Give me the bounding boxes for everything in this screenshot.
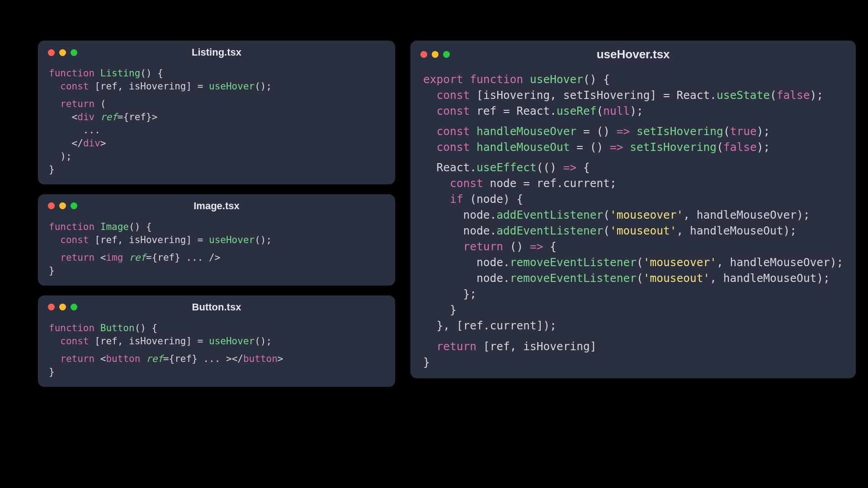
close-icon[interactable] (48, 49, 55, 56)
window-button: Button.tsx function Button() { const [re… (38, 296, 395, 387)
window-listing-traffic-lights (48, 49, 77, 56)
close-icon[interactable] (48, 304, 55, 310)
window-usehover: useHover.tsx export function useHover() … (410, 41, 856, 378)
close-icon[interactable] (48, 202, 55, 209)
right-column: useHover.tsx export function useHover() … (410, 41, 856, 387)
zoom-icon[interactable] (71, 304, 77, 310)
window-button-code[interactable]: function Button() { const [ref, isHoveri… (38, 319, 395, 379)
zoom-icon[interactable] (71, 49, 77, 56)
window-image-title: Image.tsx (38, 200, 395, 212)
left-column: Listing.tsx function Listing() { const [… (38, 41, 395, 387)
zoom-icon[interactable] (71, 202, 77, 209)
stage: Listing.tsx function Listing() { const [… (0, 0, 868, 387)
window-image-code[interactable]: function Image() { const [ref, isHoverin… (38, 218, 395, 277)
minimize-icon[interactable] (59, 49, 66, 56)
window-button-title: Button.tsx (38, 301, 395, 313)
window-usehover-code[interactable]: export function useHover() { const [isHo… (410, 68, 856, 370)
window-image-titlebar: Image.tsx (38, 194, 395, 218)
zoom-icon[interactable] (443, 51, 450, 58)
window-usehover-traffic-lights (420, 51, 450, 58)
window-image: Image.tsx function Image() { const [ref,… (38, 194, 395, 286)
window-button-titlebar: Button.tsx (38, 296, 395, 319)
window-usehover-title: useHover.tsx (410, 47, 856, 61)
window-usehover-titlebar: useHover.tsx (410, 41, 856, 68)
window-listing-title: Listing.tsx (38, 47, 395, 58)
window-listing-titlebar: Listing.tsx (38, 41, 395, 64)
minimize-icon[interactable] (59, 304, 66, 310)
close-icon[interactable] (420, 51, 427, 58)
window-image-traffic-lights (48, 202, 77, 209)
minimize-icon[interactable] (432, 51, 439, 58)
minimize-icon[interactable] (59, 202, 66, 209)
window-listing: Listing.tsx function Listing() { const [… (38, 41, 395, 184)
window-listing-code[interactable]: function Listing() { const [ref, isHover… (38, 64, 395, 176)
window-button-traffic-lights (48, 304, 77, 310)
